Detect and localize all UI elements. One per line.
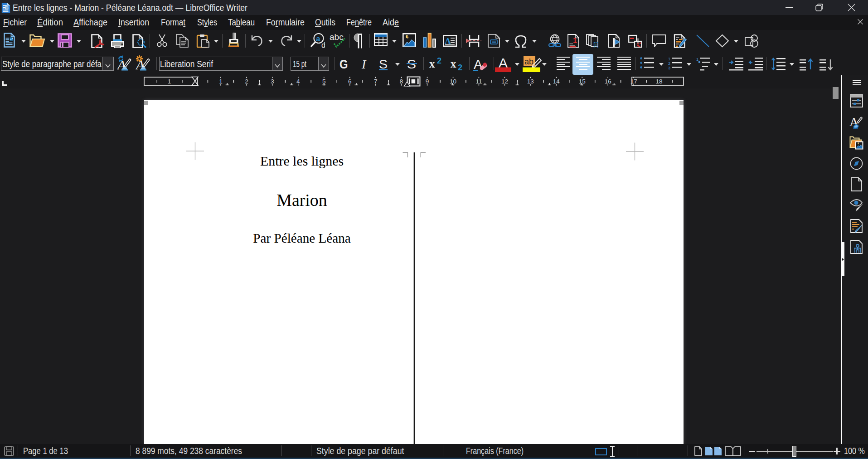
svg-text:[i]: [i] bbox=[593, 41, 599, 48]
svg-text:Style de page par défaut: Style de page par défaut bbox=[316, 446, 404, 456]
svg-text:Styles: Styles bbox=[197, 17, 217, 27]
svg-text:4: 4 bbox=[296, 78, 300, 85]
svg-text:I: I bbox=[361, 59, 367, 71]
svg-text:Entre les lignes: Entre les lignes bbox=[260, 153, 344, 168]
svg-text:8 899 mots, 49 238 caractères: 8 899 mots, 49 238 caractères bbox=[136, 446, 242, 456]
svg-text:Aide: Aide bbox=[383, 17, 399, 27]
svg-text:Format: Format bbox=[161, 17, 185, 27]
svg-text:a: a bbox=[316, 34, 320, 43]
svg-text:Fenêtre: Fenêtre bbox=[346, 17, 372, 27]
svg-text:Formulaire: Formulaire bbox=[266, 17, 305, 27]
svg-text:1: 1 bbox=[219, 78, 223, 85]
svg-text:100 %: 100 % bbox=[844, 446, 865, 456]
svg-text:1: 1 bbox=[573, 37, 577, 44]
svg-text:7: 7 bbox=[374, 78, 378, 85]
svg-text:2: 2 bbox=[668, 61, 670, 66]
svg-text:14: 14 bbox=[553, 78, 560, 85]
svg-text:Tableau: Tableau bbox=[228, 17, 255, 27]
svg-text:6: 6 bbox=[348, 78, 352, 85]
svg-text:1: 1 bbox=[168, 78, 171, 85]
svg-text:1: 1 bbox=[668, 57, 670, 61]
svg-text:12: 12 bbox=[501, 78, 508, 85]
svg-text:9: 9 bbox=[426, 78, 429, 85]
svg-text:Marion: Marion bbox=[276, 190, 327, 210]
svg-text:1: 1 bbox=[696, 57, 698, 62]
svg-text:Liberation Serif: Liberation Serif bbox=[160, 59, 213, 69]
svg-text:Entre les lignes - Marion - Pé: Entre les lignes - Marion - Péléane Léan… bbox=[13, 3, 247, 13]
svg-text:18: 18 bbox=[655, 78, 662, 85]
svg-text:Fichier: Fichier bbox=[3, 17, 27, 27]
svg-text:3: 3 bbox=[271, 78, 274, 85]
svg-text:Édition: Édition bbox=[37, 17, 63, 27]
svg-text:2: 2 bbox=[245, 78, 248, 85]
svg-text:S: S bbox=[407, 59, 416, 71]
svg-text:Insertion: Insertion bbox=[118, 17, 149, 27]
svg-text:Outils: Outils bbox=[315, 17, 335, 27]
svg-text:11: 11 bbox=[475, 78, 482, 85]
svg-text:Affichage: Affichage bbox=[73, 17, 107, 27]
svg-text:abc: abc bbox=[330, 33, 344, 42]
svg-text:3: 3 bbox=[668, 66, 670, 70]
svg-text:Page 1 de 13: Page 1 de 13 bbox=[23, 446, 68, 456]
svg-text:Français (France): Français (France) bbox=[466, 446, 524, 456]
svg-text:8: 8 bbox=[400, 78, 403, 85]
svg-text:d: d bbox=[321, 41, 325, 49]
svg-text:Style de paragraphe par défa: Style de paragraphe par défa bbox=[2, 59, 102, 69]
svg-text:17: 17 bbox=[630, 78, 637, 85]
svg-text:G: G bbox=[339, 59, 348, 71]
svg-text:15 pt: 15 pt bbox=[293, 59, 306, 69]
svg-text:Par Péléane Léana: Par Péléane Léana bbox=[253, 230, 351, 245]
svg-text:16: 16 bbox=[605, 78, 611, 85]
svg-text:ab: ab bbox=[524, 57, 533, 66]
svg-text:13: 13 bbox=[527, 78, 534, 85]
